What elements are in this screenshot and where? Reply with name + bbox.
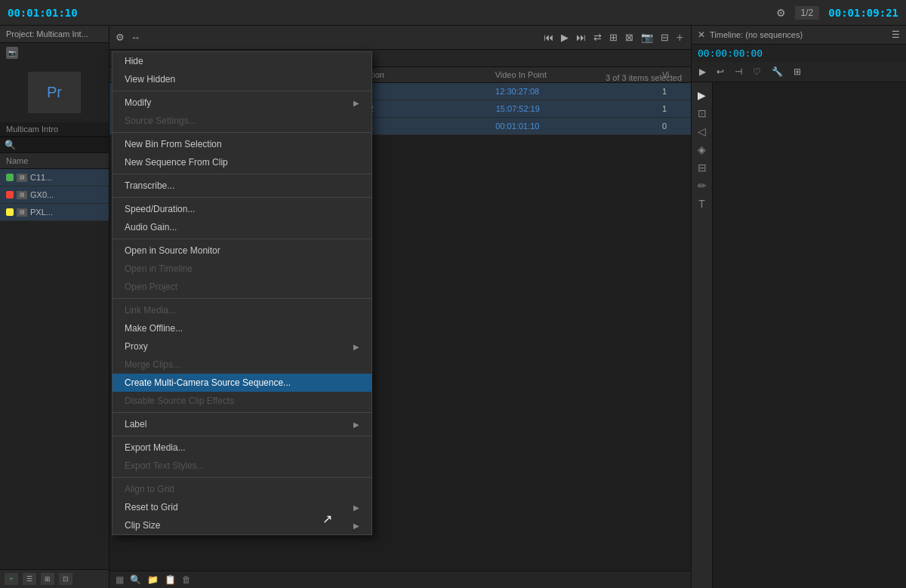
list-item[interactable]: ▤ GX0... [0,186,109,204]
new-item-icon[interactable]: 📋 [165,574,176,585]
clip-list: Name ▤ C11... ▤ GX0... ▤ [0,153,109,569]
separator-5 [112,239,371,239]
menu-item-label[interactable]: Label ▶ [112,415,371,433]
selection-info: 3 of 3 items selected [606,73,682,82]
menu-item-proxy[interactable]: Proxy ▶ [112,337,371,356]
menu-item-export-text: Export Text Styles... [112,457,371,475]
menu-item-reset-grid[interactable]: Reset to Grid ▶ [112,498,371,516]
lift-tool[interactable]: ♡ [750,65,764,79]
video-in-point-cell: 15:07:52:19 [496,104,662,113]
search-icon: 🔍 [5,140,16,150]
search-bar[interactable]: 🔍 [0,137,109,153]
menu-item-new-bin[interactable]: New Bin From Selection [112,135,371,153]
freeform-view-button[interactable]: ⊡ [59,573,72,585]
add-button[interactable]: + [675,29,685,46]
fit-icon: ↔ [131,32,140,43]
slip-tool[interactable]: ⊟ [695,159,709,176]
menu-item-make-offline[interactable]: Make Offline... [112,319,371,337]
search-input[interactable] [19,140,104,149]
menu-item-clip-size-label: Clip Size [125,520,353,531]
overwrite-button[interactable]: ⊠ [624,30,635,45]
timeline-menu-icon[interactable]: ☰ [892,29,900,40]
step-forward-button[interactable]: ⏭ [575,30,587,45]
pen-tool[interactable]: ✏ [695,177,709,194]
timeline-body: ▶ ⊡ ◁ ◈ ⊟ ✏ T [692,82,906,588]
razor-tool[interactable]: ◈ [695,141,709,158]
list-item[interactable]: ▤ C11... [0,169,109,186]
menu-item-create-multicam[interactable]: Create Multi-Camera Source Sequence... [112,374,371,392]
top-bar: 00:01:01:10 ⚙ 1/2 00:01:09:21 [0,0,906,26]
cursor-indicator: ↗ [322,512,332,526]
list-view-button[interactable]: ☰ [23,573,36,585]
lasso-tool[interactable]: ⊡ [695,105,709,122]
undo-tool[interactable]: ↩ [713,65,727,79]
step-back-button[interactable]: ⏮ [542,30,555,45]
color-dot [6,174,14,181]
play-button[interactable]: ▶ [559,30,570,45]
menu-item-open-source[interactable]: Open in Source Monitor [112,242,371,260]
multiview-button[interactable]: ⊟ [659,30,670,45]
menu-item-disable-effects-label: Disable Source Clip Effects [125,396,359,406]
clip-size-arrow-icon: ▶ [353,522,359,530]
loop-button[interactable]: ⇄ [592,30,603,45]
insert-button[interactable]: ⊞ [608,30,619,45]
right-panel: ✕ Timeline: (no sequences) ☰ 00:00:00:00… [691,26,906,588]
select-tool[interactable]: ▶ [695,87,709,103]
video-in-point-cell: 12:30:27:08 [495,87,662,96]
menu-item-view-hidden-label: View Hidden [125,74,359,85]
menu-item-hide[interactable]: Hide [112,52,371,70]
left-panel: Project: Multicam Int... 📷 Pr Multicam I… [0,26,109,588]
bin-icon-toggle[interactable]: ▦ [116,574,124,585]
menu-item-new-sequence[interactable]: New Sequence From Clip [112,153,371,171]
separator-6 [112,298,371,299]
menu-item-transcribe[interactable]: Transcribe... [112,177,371,195]
menu-item-modify-label: Modify [125,97,353,108]
menu-item-view-hidden[interactable]: View Hidden [112,70,371,88]
camera-button[interactable]: 📷 [639,30,655,45]
wrench-tool[interactable]: 🔧 [769,65,786,79]
search-bins-icon[interactable]: 🔍 [130,574,141,585]
project-header-label: Project: Multicam Int... [0,26,109,43]
extract-tool[interactable]: ⊣ [732,65,745,79]
clip-name-row: ▤ C11... [6,173,66,182]
arrow-tool[interactable]: ▶ [696,65,709,79]
menu-item-export-media[interactable]: Export Media... [112,439,371,457]
text-tool[interactable]: T [695,195,709,212]
menu-item-transcribe-label: Transcribe... [125,180,359,191]
new-bin-icon[interactable]: 📁 [147,574,159,585]
label-arrow-icon: ▶ [353,420,359,429]
clip-preview-icon: Pr [47,84,62,101]
menu-item-export-media-label: Export Media... [125,442,359,453]
separator-2 [112,132,371,133]
menu-item-link-media: Link Media... [112,301,371,319]
menu-item-create-multicam-label: Create Multi-Camera Source Sequence... [125,377,359,388]
separator-3 [112,174,371,174]
menu-item-audio-gain[interactable]: Audio Gain... [112,218,371,236]
menu-item-speed-duration-label: Speed/Duration... [125,204,359,214]
clip-label: GX0... [30,190,54,199]
menu-item-clip-size[interactable]: Clip Size ▶ [112,516,371,534]
reset-grid-arrow-icon: ▶ [353,503,359,512]
vi-cell: 1 [662,87,685,96]
expand-icon[interactable]: ⊞ [790,65,804,79]
clip-name-row: ▤ GX0... [6,190,66,199]
bin-bottom-bar: ▦ 🔍 📁 📋 🗑 [109,571,691,588]
clip-icon: ▤ [17,174,27,182]
menu-item-reset-grid-label: Reset to Grid [125,502,353,513]
top-icon-settings: ⚙ [776,7,786,19]
clip-preview: Pr [28,72,81,113]
top-ratio: 1/2 [795,6,820,20]
add-clip-button[interactable]: + [5,573,18,585]
list-item[interactable]: ▤ PXL... [0,204,109,221]
separator-8 [112,436,371,436]
menu-item-hide-label: Hide [125,56,359,66]
zoom-in-tool[interactable]: ◁ [695,123,709,140]
menu-item-modify[interactable]: Modify ▶ [112,94,371,112]
timeline-close[interactable]: ✕ [698,29,705,40]
left-panel-toolbar: + ☰ ⊞ ⊡ [0,569,109,588]
delete-icon[interactable]: 🗑 [182,574,191,585]
menu-item-align-grid: Align to Grid [112,480,371,498]
menu-item-speed-duration[interactable]: Speed/Duration... [112,200,371,218]
menu-item-source-settings-label: Source Settings... [125,115,359,126]
icon-view-button[interactable]: ⊞ [41,573,54,585]
